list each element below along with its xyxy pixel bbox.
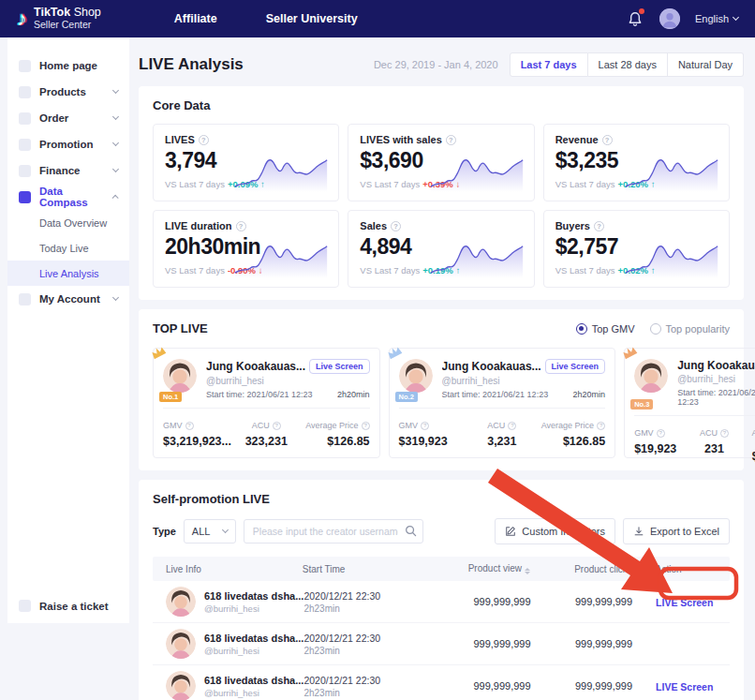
help-icon[interactable] — [421, 422, 429, 430]
acu-value: 3,231 — [467, 435, 537, 448]
live-duration: 2h23min — [303, 646, 437, 656]
radio-top-popularity[interactable]: Top popularity — [650, 323, 731, 335]
creator-avatar — [166, 629, 196, 659]
creator-search-input[interactable] — [244, 519, 423, 544]
live-name: 618 livedatas dsha... — [204, 633, 303, 644]
sidebar-item-my-account[interactable]: My Account — [7, 286, 129, 312]
sidebar-item-today-live[interactable]: Today Live — [7, 235, 129, 261]
sparkline-chart — [624, 234, 719, 278]
acu-value: 323,231 — [232, 435, 302, 448]
live-duration: 2h23min — [303, 603, 437, 614]
help-icon[interactable] — [602, 135, 613, 145]
help-icon[interactable] — [391, 221, 401, 231]
sidebar-item-live-analysis[interactable]: Live Analysis — [7, 261, 129, 286]
help-icon[interactable] — [362, 422, 370, 430]
core-data-title: Core Data — [153, 98, 730, 112]
chevron-down-icon — [733, 14, 739, 21]
creator-handle: @burrihi_hesi — [206, 376, 370, 386]
range-last-7-days-button[interactable]: Last 7 days — [510, 52, 588, 77]
custom-indicators-button[interactable]: Custom Indicators — [495, 518, 615, 544]
sidebar-item-order[interactable]: Order — [7, 105, 129, 131]
help-icon[interactable] — [597, 422, 605, 430]
start-time: 2020/12/21 22:30 — [303, 590, 437, 602]
table-row: 618 livedatas dsha... @burrihi_hesi 2020… — [153, 665, 730, 700]
start-time: 2020/12/21 22:30 — [303, 675, 437, 686]
raise-ticket-button[interactable]: Raise a ticket — [19, 600, 109, 612]
live-name: 618 livedatas dsha... — [204, 590, 303, 602]
language-selector[interactable]: English — [695, 13, 738, 24]
average-price-value: $126.85 — [301, 435, 370, 448]
metric-card-lives: LIVES 3,794 VS Last 7 days +0.09% ↑ — [153, 124, 339, 201]
date-range-buttons: Last 7 days Last 28 days Natural Day — [510, 52, 744, 77]
range-last-28-days-button[interactable]: Last 28 days — [588, 52, 668, 77]
start-time: 2020/12/21 22:30 — [303, 633, 437, 644]
live-duration: 2h20min — [337, 390, 370, 399]
live-screen-button[interactable]: Live Screen — [309, 359, 370, 374]
range-natural-day-button[interactable]: Natural Day — [668, 52, 744, 77]
product-clicks-value: 999,999,999 — [531, 638, 633, 649]
self-promotion-title: Self-promotion LIVE — [153, 492, 730, 506]
products-icon — [19, 86, 31, 98]
self-promotion-panel: Self-promotion LIVE Type ALL Custom Indi… — [139, 480, 744, 700]
search-icon[interactable] — [405, 525, 417, 537]
export-to-excel-button[interactable]: Export to Excel — [623, 518, 730, 544]
notification-bell-icon[interactable] — [626, 9, 644, 28]
logo-subtitle: Seller Center — [34, 20, 101, 31]
live-name: 618 livedatas dsha... — [204, 675, 303, 686]
promotion-icon — [19, 139, 31, 151]
radio-top-gmv[interactable]: Top GMV — [576, 323, 635, 335]
sparkline-chart — [429, 234, 525, 278]
help-icon[interactable] — [185, 422, 194, 430]
help-icon[interactable] — [273, 422, 281, 430]
top-live-card-1: No.1 Jung Kooakauas... Live Screen @burr… — [153, 348, 380, 458]
help-icon[interactable] — [508, 422, 516, 430]
tiktok-note-icon: ♪ — [17, 8, 27, 29]
product-view-value: 999,999,999 — [438, 638, 531, 649]
help-icon[interactable] — [720, 429, 729, 438]
help-icon[interactable] — [446, 135, 456, 145]
rank-badge: No.2 — [395, 392, 418, 402]
nav-seller-university[interactable]: Seller University — [266, 12, 358, 25]
chevron-down-icon — [112, 113, 119, 120]
core-data-panel: Core Data LIVES 3,794 VS Last 7 days +0.… — [139, 86, 744, 300]
live-screen-link[interactable]: LIVE Screen — [656, 681, 713, 693]
chevron-down-icon — [222, 527, 229, 533]
sidebar-item-data-overview[interactable]: Data Overview — [7, 210, 129, 235]
help-icon[interactable] — [594, 221, 604, 231]
help-icon[interactable] — [657, 429, 665, 438]
table-header: Live Info Start Time Product view Produc… — [153, 557, 730, 581]
sparkline-chart — [624, 148, 719, 192]
user-avatar[interactable] — [659, 8, 680, 29]
type-select[interactable]: ALL — [184, 519, 236, 544]
sidebar-item-data-compass[interactable]: Data Compass — [7, 184, 129, 210]
creator-name: Jung Kooakauas... — [206, 360, 305, 373]
sparkline-chart — [233, 148, 329, 192]
sidebar-item-products[interactable]: Products — [7, 79, 129, 105]
top-live-card-2: No.2 Jung Kooakauas... Live Screen @burr… — [389, 348, 616, 458]
sidebar-item-promotion[interactable]: Promotion — [7, 131, 129, 157]
sidebar-item-finance[interactable]: Finance — [7, 157, 129, 184]
start-time: Start time: 2021/06/21 12:23 — [677, 388, 755, 407]
help-icon[interactable] — [236, 221, 246, 231]
chevron-down-icon — [112, 140, 119, 146]
metric-card-revenue: Revenue $3,235 VS Last 7 days +0.20% ↑ — [543, 124, 730, 201]
sidebar-item-home-page[interactable]: Home page — [7, 52, 129, 79]
tiktok-shop-logo[interactable]: ♪ TikTok Shop Seller Center — [17, 7, 101, 30]
help-icon[interactable] — [199, 135, 209, 145]
creator-handle: @burrihi_hesi — [204, 688, 303, 698]
gmv-value: $19,923 — [634, 442, 688, 455]
product-view-value: 999,999,999 — [438, 680, 531, 692]
live-screen-button[interactable]: Live Screen — [545, 359, 606, 374]
average-price-value: $126.85 — [741, 450, 755, 463]
nav-affiliate[interactable]: Affiliate — [174, 12, 217, 25]
live-screen-link[interactable]: LIVE Screen — [656, 597, 713, 608]
column-live-info: Live Info — [166, 564, 303, 574]
date-range-label: Dec 29, 2019 - Jan 4, 2020 — [374, 59, 498, 70]
sparkline-chart — [429, 148, 525, 192]
creator-handle: @burrihi_hesi — [204, 603, 303, 614]
creator-avatar — [163, 359, 197, 393]
sparkline-chart — [233, 234, 329, 278]
start-time: Start time: 2021/06/21 12:23 — [442, 390, 549, 399]
creator-search — [244, 519, 423, 544]
top-live-title: TOP LIVE — [153, 321, 208, 335]
